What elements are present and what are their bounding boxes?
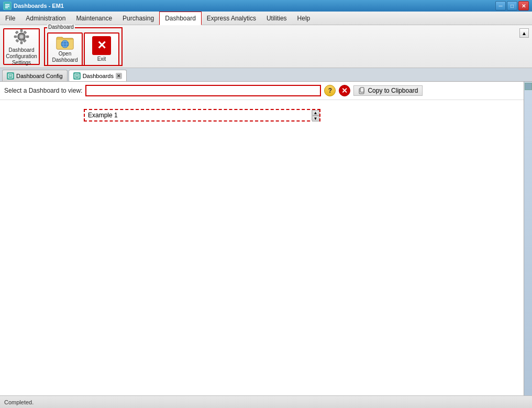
svg-rect-21: [9, 76, 12, 76]
svg-rect-3: [5, 7, 8, 8]
clear-button[interactable]: ✕: [339, 85, 350, 96]
svg-rect-10: [15, 30, 18, 34]
exit-button[interactable]: ✕ Exit: [84, 32, 119, 66]
scroll-down-button[interactable]: ▼: [312, 116, 319, 122]
help-button[interactable]: ?: [324, 85, 336, 96]
select-row: Select a Dashboard to view: Example 1 ? …: [0, 82, 524, 100]
tab-bar: Dashboard Config Dashboards ✕: [0, 68, 532, 82]
tab-dashboard-config[interactable]: Dashboard Config: [2, 70, 68, 81]
scroll-up-button[interactable]: ▲: [312, 110, 319, 116]
menu-bar: File Administration Maintenance Purchasi…: [0, 12, 532, 25]
copy-to-clipboard-button[interactable]: Copy to Clipboard: [353, 85, 423, 96]
tab-dashboards[interactable]: Dashboards ✕: [69, 70, 127, 81]
svg-rect-7: [20, 41, 23, 44]
dashboard-select-wrapper: Example 1: [85, 85, 321, 96]
window-title: Dashboards - EM1: [14, 3, 495, 9]
menu-utilities[interactable]: Utilities: [261, 12, 292, 25]
app-icon: [3, 2, 12, 10]
close-button[interactable]: ✕: [518, 1, 529, 10]
clipboard-icon: [358, 87, 365, 94]
toolbar-group-label: Dashboard: [47, 24, 75, 30]
svg-rect-2: [5, 6, 9, 7]
dashboard-select[interactable]: Example 1: [85, 85, 321, 96]
svg-point-5: [20, 35, 24, 38]
content-area: Select a Dashboard to view: Example 1 ? …: [0, 82, 532, 408]
menu-express-analytics[interactable]: Express Analytics: [202, 12, 261, 25]
tab-dashboard-config-icon: [7, 72, 14, 80]
minimize-button[interactable]: ─: [495, 1, 506, 10]
open-dashboard-label: OpenDashboard: [52, 51, 78, 63]
svg-rect-12: [16, 39, 19, 42]
menu-purchasing[interactable]: Purchasing: [117, 12, 159, 25]
tab-dashboard-config-label: Dashboard Config: [16, 73, 63, 79]
svg-rect-9: [26, 36, 29, 38]
menu-dashboard[interactable]: Dashboard: [159, 12, 202, 25]
svg-rect-23: [75, 75, 78, 75]
right-panel: [524, 82, 532, 395]
folder-icon: [56, 35, 74, 50]
right-panel-scroll[interactable]: [525, 83, 532, 90]
open-dashboard-button[interactable]: OpenDashboard: [47, 32, 83, 66]
svg-rect-24: [75, 76, 78, 76]
menu-maintenance[interactable]: Maintenance: [71, 12, 117, 25]
svg-rect-6: [20, 29, 23, 32]
dashboard-config-label: DashboardConfigurationSettings: [6, 47, 37, 66]
dropdown-item-example1[interactable]: Example 1: [85, 110, 319, 120]
status-bar: Completed.: [0, 395, 532, 408]
svg-rect-26: [360, 87, 364, 92]
gear-icon: [12, 27, 31, 46]
exit-label: Exit: [97, 56, 106, 62]
dropdown-overlay: Example 1 ▲ ▼: [84, 109, 320, 122]
tab-dashboards-close[interactable]: ✕: [116, 73, 122, 79]
select-dashboard-label: Select a Dashboard to view:: [4, 87, 82, 94]
status-text: Completed.: [4, 399, 34, 405]
exit-icon: ✕: [92, 36, 111, 55]
maximize-button[interactable]: □: [507, 1, 517, 10]
dashboard-config-button[interactable]: DashboardConfigurationSettings: [3, 28, 40, 65]
title-bar: Dashboards - EM1 ─ □ ✕: [0, 0, 532, 12]
svg-rect-1: [5, 4, 9, 5]
menu-file[interactable]: File: [0, 12, 20, 25]
menu-administration[interactable]: Administration: [20, 12, 71, 25]
toolbar-collapse-button[interactable]: ▲: [519, 28, 529, 38]
dropdown-scrollbar: ▲ ▼: [311, 110, 319, 120]
tab-dashboards-icon: [73, 72, 81, 80]
window-controls: ─ □ ✕: [495, 1, 529, 10]
svg-rect-20: [9, 75, 12, 75]
copy-to-clipboard-label: Copy to Clipboard: [368, 87, 418, 94]
tab-dashboards-label: Dashboards: [83, 73, 114, 79]
svg-rect-8: [14, 36, 17, 38]
toolbar: DashboardConfigurationSettings Dashboard: [0, 25, 532, 68]
main-area: Select a Dashboard to view: Example 1 ? …: [0, 82, 532, 395]
menu-help[interactable]: Help: [292, 12, 316, 25]
